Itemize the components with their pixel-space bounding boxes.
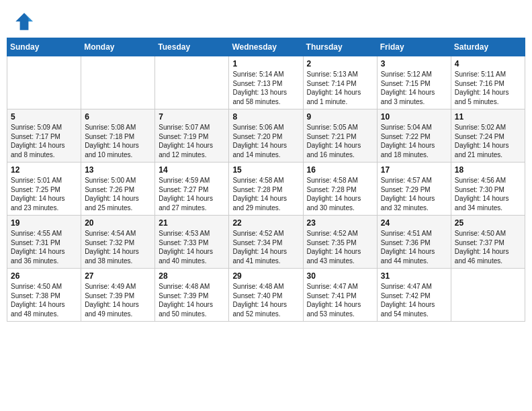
sunset: Sunset: 7:27 PM xyxy=(159,186,208,193)
daylight: Daylight: 14 hours and 29 minutes. xyxy=(232,195,287,212)
daylight: Daylight: 14 hours and 48 minutes. xyxy=(11,301,65,318)
calendar-cell xyxy=(81,56,155,109)
cell-day-number: 6 xyxy=(85,112,151,122)
sunrise: Sunrise: 4:54 AM xyxy=(85,230,136,237)
calendar-week: 12Sunrise: 5:01 AMSunset: 7:25 PMDayligh… xyxy=(7,163,525,216)
sunset: Sunset: 7:18 PM xyxy=(85,133,134,140)
calendar-cell: 8Sunrise: 5:06 AMSunset: 7:20 PMDaylight… xyxy=(229,109,303,163)
daylight: Daylight: 13 hours and 58 minutes. xyxy=(232,89,287,105)
cell-day-number: 4 xyxy=(455,59,521,68)
sunrise: Sunrise: 4:58 AM xyxy=(232,177,283,184)
daylight: Daylight: 14 hours and 21 minutes. xyxy=(455,142,509,158)
calendar-cell: 19Sunrise: 4:55 AMSunset: 7:31 PMDayligh… xyxy=(7,216,81,269)
sunrise: Sunrise: 4:50 AM xyxy=(455,230,506,237)
calendar-header: SundayMondayTuesdayWednesdayThursdayFrid… xyxy=(7,38,525,56)
calendar-cell: 30Sunrise: 4:47 AMSunset: 7:41 PMDayligh… xyxy=(303,269,377,322)
weekday-header: Monday xyxy=(81,38,155,56)
sunrise: Sunrise: 5:12 AM xyxy=(381,71,432,78)
sunrise: Sunrise: 5:13 AM xyxy=(307,71,358,78)
sunrise: Sunrise: 4:51 AM xyxy=(381,230,432,237)
cell-info: Sunrise: 5:13 AMSunset: 7:14 PMDaylight:… xyxy=(307,70,373,106)
cell-info: Sunrise: 4:49 AMSunset: 7:39 PMDaylight:… xyxy=(85,282,151,318)
cell-day-number: 31 xyxy=(381,271,447,281)
calendar-week: 5Sunrise: 5:09 AMSunset: 7:17 PMDaylight… xyxy=(7,109,525,163)
cell-day-number: 11 xyxy=(455,112,521,122)
sunset: Sunset: 7:15 PM xyxy=(381,80,431,87)
calendar-cell: 21Sunrise: 4:53 AMSunset: 7:33 PMDayligh… xyxy=(155,216,229,269)
cell-info: Sunrise: 4:52 AMSunset: 7:34 PMDaylight:… xyxy=(232,229,299,265)
sunset: Sunset: 7:26 PM xyxy=(85,186,134,193)
cell-day-number: 10 xyxy=(381,112,447,122)
sunrise: Sunrise: 5:08 AM xyxy=(85,124,136,131)
daylight: Daylight: 14 hours and 50 minutes. xyxy=(159,301,213,318)
daylight: Daylight: 14 hours and 5 minutes. xyxy=(455,89,509,105)
sunrise: Sunrise: 4:47 AM xyxy=(381,283,432,290)
calendar-cell: 15Sunrise: 4:58 AMSunset: 7:28 PMDayligh… xyxy=(229,163,303,216)
sunrise: Sunrise: 4:56 AM xyxy=(455,177,506,184)
cell-info: Sunrise: 5:04 AMSunset: 7:22 PMDaylight:… xyxy=(381,123,447,159)
calendar-cell: 27Sunrise: 4:49 AMSunset: 7:39 PMDayligh… xyxy=(81,269,155,322)
sunset: Sunset: 7:41 PM xyxy=(307,292,357,300)
calendar-cell: 4Sunrise: 5:11 AMSunset: 7:16 PMDaylight… xyxy=(451,56,525,109)
calendar-cell: 31Sunrise: 4:47 AMSunset: 7:42 PMDayligh… xyxy=(377,269,451,322)
sunrise: Sunrise: 4:48 AM xyxy=(232,283,283,290)
calendar-cell: 25Sunrise: 4:50 AMSunset: 7:37 PMDayligh… xyxy=(451,216,525,269)
cell-info: Sunrise: 5:02 AMSunset: 7:24 PMDaylight:… xyxy=(455,123,521,159)
cell-info: Sunrise: 4:58 AMSunset: 7:28 PMDaylight:… xyxy=(307,176,373,212)
sunrise: Sunrise: 4:52 AM xyxy=(232,230,283,237)
sunrise: Sunrise: 4:49 AM xyxy=(85,283,136,290)
cell-day-number: 22 xyxy=(232,218,299,228)
calendar-cell: 22Sunrise: 4:52 AMSunset: 7:34 PMDayligh… xyxy=(229,216,303,269)
cell-day-number: 30 xyxy=(307,271,373,281)
cell-day-number: 26 xyxy=(11,271,77,281)
daylight: Daylight: 14 hours and 54 minutes. xyxy=(381,301,435,318)
logo-icon xyxy=(13,11,35,32)
calendar-cell xyxy=(451,269,525,322)
daylight: Daylight: 14 hours and 49 minutes. xyxy=(85,301,139,318)
calendar-cell: 1Sunrise: 5:14 AMSunset: 7:13 PMDaylight… xyxy=(229,56,303,109)
sunrise: Sunrise: 5:01 AM xyxy=(11,177,62,184)
cell-day-number: 25 xyxy=(455,218,521,228)
daylight: Daylight: 14 hours and 46 minutes. xyxy=(455,248,509,265)
cell-day-number: 16 xyxy=(307,165,373,175)
calendar-cell: 17Sunrise: 4:57 AMSunset: 7:29 PMDayligh… xyxy=(377,163,451,216)
calendar-cell: 7Sunrise: 5:07 AMSunset: 7:19 PMDaylight… xyxy=(155,109,229,163)
sunrise: Sunrise: 5:06 AM xyxy=(232,124,283,131)
calendar-body: 1Sunrise: 5:14 AMSunset: 7:13 PMDaylight… xyxy=(7,56,525,322)
cell-info: Sunrise: 5:05 AMSunset: 7:21 PMDaylight:… xyxy=(307,123,373,159)
calendar-cell xyxy=(7,56,81,109)
sunset: Sunset: 7:20 PM xyxy=(232,133,282,140)
sunset: Sunset: 7:39 PM xyxy=(159,292,208,300)
sunset: Sunset: 7:22 PM xyxy=(381,133,431,140)
cell-info: Sunrise: 4:52 AMSunset: 7:35 PMDaylight:… xyxy=(307,229,373,265)
daylight: Daylight: 14 hours and 53 minutes. xyxy=(307,301,361,318)
cell-info: Sunrise: 4:51 AMSunset: 7:36 PMDaylight:… xyxy=(381,229,447,265)
cell-day-number: 9 xyxy=(307,112,373,122)
sunset: Sunset: 7:29 PM xyxy=(381,186,431,193)
sunset: Sunset: 7:17 PM xyxy=(11,133,60,140)
weekday-header: Sunday xyxy=(7,38,81,56)
cell-day-number: 8 xyxy=(232,112,299,122)
calendar-cell: 12Sunrise: 5:01 AMSunset: 7:25 PMDayligh… xyxy=(7,163,81,216)
sunset: Sunset: 7:13 PM xyxy=(232,80,282,87)
cell-day-number: 13 xyxy=(85,165,151,175)
daylight: Daylight: 14 hours and 8 minutes. xyxy=(11,142,65,158)
cell-day-number: 18 xyxy=(455,165,521,175)
weekday-header: Friday xyxy=(377,38,451,56)
daylight: Daylight: 14 hours and 3 minutes. xyxy=(381,89,435,105)
weekday-header: Saturday xyxy=(451,38,525,56)
daylight: Daylight: 14 hours and 18 minutes. xyxy=(381,142,435,158)
sunset: Sunset: 7:32 PM xyxy=(85,239,134,246)
cell-info: Sunrise: 4:47 AMSunset: 7:42 PMDaylight:… xyxy=(381,282,447,318)
daylight: Daylight: 14 hours and 43 minutes. xyxy=(307,248,361,265)
daylight: Daylight: 14 hours and 34 minutes. xyxy=(455,195,509,212)
sunrise: Sunrise: 5:09 AM xyxy=(11,124,62,131)
calendar-week: 19Sunrise: 4:55 AMSunset: 7:31 PMDayligh… xyxy=(7,216,525,269)
cell-day-number: 28 xyxy=(159,271,225,281)
weekday-row: SundayMondayTuesdayWednesdayThursdayFrid… xyxy=(7,38,525,56)
cell-day-number: 29 xyxy=(232,271,299,281)
calendar-cell: 3Sunrise: 5:12 AMSunset: 7:15 PMDaylight… xyxy=(377,56,451,109)
cell-day-number: 21 xyxy=(159,218,225,228)
sunrise: Sunrise: 4:58 AM xyxy=(307,177,358,184)
cell-day-number: 27 xyxy=(85,271,151,281)
